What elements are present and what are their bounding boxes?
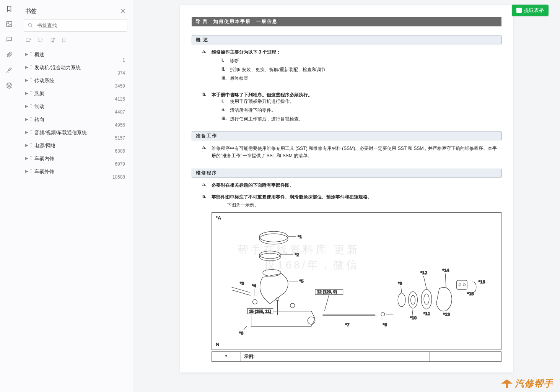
close-icon[interactable]: ✕ [120, 7, 126, 15]
caret-icon: ▶ [25, 117, 28, 121]
brand-watermark: 汽修帮手 [501, 377, 553, 390]
svg-text:*5: *5 [299, 278, 304, 284]
svg-rect-4 [39, 38, 42, 42]
bookmark-item[interactable]: ▶车辆内饰6979 [24, 152, 127, 165]
svg-text:*6: *6 [239, 330, 244, 336]
svg-point-14 [252, 300, 257, 304]
bookmark-item[interactable]: ▶悬架4126 [24, 87, 127, 100]
svg-text:*13: *13 [443, 312, 450, 317]
bookmark-small-icon [29, 65, 33, 70]
svg-text:*15: *15 [467, 291, 474, 297]
bookmark-label: 概述 [34, 52, 44, 57]
caret-icon: ▶ [25, 130, 28, 134]
bookmark-label: 转向 [34, 117, 44, 122]
attachment-icon[interactable] [5, 50, 13, 59]
caret-icon: ▶ [25, 65, 28, 69]
layers-icon[interactable] [5, 81, 13, 89]
text-b1-iii: 进行任何工作前后，进行目视检查。 [230, 116, 303, 122]
text-a1: 维修操作主要分为以下 3 个过程： [212, 49, 281, 55]
signature-icon[interactable] [5, 66, 13, 74]
svg-text:*8: *8 [383, 322, 387, 327]
svg-line-24 [244, 326, 247, 330]
svg-line-51 [423, 276, 427, 289]
bookmark-item[interactable]: ▶发动机/混合动力系统374 [24, 61, 127, 74]
svg-rect-55 [457, 280, 467, 290]
bookmark-small-icon [29, 104, 33, 109]
svg-line-46 [412, 309, 413, 316]
section-procedure: 维修程序 [192, 169, 501, 177]
svg-point-37 [381, 312, 385, 316]
svg-point-5 [259, 234, 288, 244]
bookmark-item[interactable]: ▶车辆外饰10508 [24, 165, 127, 178]
bookmarks-sidebar: 书签 ✕ ▶概述1▶发动机/混合动力系统374▶传动系统3459▶悬架4126▶… [18, 0, 133, 392]
bookmark-small-icon [29, 169, 33, 174]
svg-point-40 [398, 293, 405, 307]
bookmark-item[interactable]: ▶电源/网络6306 [24, 139, 127, 152]
section-preparation: 准备工作 [192, 132, 501, 140]
svg-rect-0 [7, 21, 12, 27]
svg-text:*16: *16 [479, 279, 485, 285]
sidebar-title: 书签 [25, 8, 37, 15]
svg-point-22 [290, 303, 295, 308]
bookmark-item[interactable]: ▶转向4956 [24, 113, 127, 126]
bookmark-label: 车辆外饰 [34, 169, 54, 174]
add-bookmark-icon[interactable] [25, 37, 31, 44]
bookmark-label: 悬架 [34, 91, 44, 96]
svg-text:*4: *4 [252, 283, 257, 288]
search-icon [28, 22, 33, 29]
bookmark-label: 制动 [34, 104, 44, 109]
parts-diagram: *A *1 *2 *4 *3 *5 [212, 212, 501, 350]
bookmark-item[interactable]: ▶传动系统3459 [24, 74, 127, 87]
svg-text:*2: *2 [295, 252, 300, 257]
svg-point-2 [28, 23, 31, 26]
caret-icon: ▶ [25, 156, 28, 160]
svg-text:*3: *3 [240, 281, 244, 286]
caret-icon: ▶ [25, 91, 28, 95]
text-proc-b-sub: 下图为一示例。 [212, 202, 501, 208]
text-b1: 本手册中省略了下列程序。但这些程序必须执行。 [212, 92, 313, 98]
text-b1-ii: 清洁所有拆下的零件。 [230, 107, 276, 113]
exploded-view-svg: *1 *2 *4 *3 *5 *6 [217, 216, 496, 346]
example-table: *示例: [212, 351, 501, 362]
bookmark-small-icon [29, 156, 33, 161]
text-a1-iii: 最终检查 [230, 76, 248, 81]
text-a1-ii: 拆卸/ 安装、更换、拆解/重新装配、检查和调节 [230, 67, 326, 72]
svg-line-18 [232, 290, 250, 296]
caret-icon: ▶ [25, 52, 28, 56]
svg-point-6 [259, 232, 288, 242]
caret-icon: ▶ [25, 143, 28, 147]
svg-line-17 [231, 287, 249, 293]
diagram-label-n: N [216, 342, 219, 347]
svg-rect-3 [26, 38, 30, 42]
caret-icon: ▶ [25, 104, 28, 108]
extract-table-button[interactable]: 提取表格 [512, 5, 549, 16]
document-viewer[interactable]: 提取表格 导 言 如何使用本手册 一般信息 概 述 a.维修操作主要分为以下 3… [133, 0, 560, 392]
svg-point-48 [424, 294, 429, 305]
text-b1-i: 使用千斤顶或举升机进行操作。 [230, 99, 294, 104]
bookmark-item[interactable]: ▶音频/视频/车载通信系统5157 [24, 126, 127, 139]
bookmark-label: 电源/网络 [34, 143, 56, 148]
bookmark-icon[interactable] [5, 5, 13, 13]
image-icon[interactable] [5, 20, 13, 28]
svg-text:*10: *10 [410, 316, 417, 321]
bookmark-small-icon [29, 143, 33, 148]
comment-icon[interactable] [5, 35, 13, 44]
remove-bookmark-icon[interactable] [37, 37, 44, 44]
section-overview: 概 述 [192, 36, 501, 44]
page-title-bar: 导 言 如何使用本手册 一般信息 [192, 17, 501, 26]
caret-icon: ▶ [25, 169, 28, 173]
bookmark-plus-icon[interactable] [50, 37, 55, 44]
bookmark-item[interactable]: ▶制动4407 [24, 100, 127, 113]
bookmark-outline-icon[interactable] [61, 37, 67, 44]
svg-point-56 [459, 284, 461, 286]
svg-text:15 (155, 11): 15 (155, 11) [249, 309, 272, 314]
search-input[interactable] [24, 19, 127, 32]
svg-line-36 [324, 295, 329, 311]
svg-point-10 [259, 251, 280, 259]
bookmark-label: 车辆内饰 [34, 156, 54, 161]
svg-text:*14: *14 [442, 268, 449, 273]
svg-text:*1: *1 [298, 234, 303, 239]
bookmark-item[interactable]: ▶概述1 [24, 48, 127, 61]
text-a1-i: 诊断 [230, 58, 239, 63]
bookmark-toolbar [18, 36, 133, 48]
